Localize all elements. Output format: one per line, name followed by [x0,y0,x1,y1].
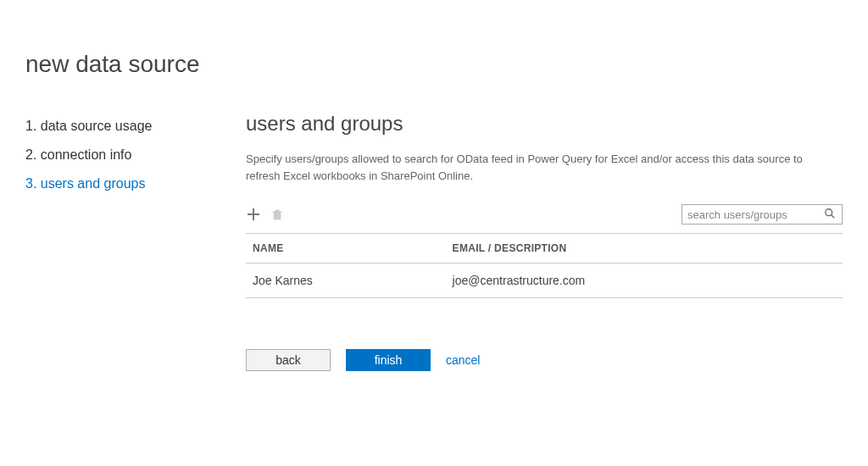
nav-step-users-and-groups[interactable]: 3. users and groups [25,169,195,198]
search-icon[interactable] [824,208,837,221]
add-icon[interactable] [246,207,261,222]
wizard-steps-nav: 1. data source usage 2. connection info … [25,112,195,371]
back-button[interactable]: back [246,349,331,371]
cell-email: joe@centrastructure.com [446,264,843,298]
col-email: EMAIL / DESCRIPTION [446,234,843,264]
nav-step-connection-info[interactable]: 2. connection info [25,141,195,169]
section-heading: users and groups [246,112,843,136]
page-title: new data source [25,51,843,78]
svg-point-0 [826,209,832,216]
wizard-actions: back finish cancel [246,349,843,371]
col-name: NAME [246,234,446,264]
finish-button[interactable]: finish [346,349,431,371]
nav-step-data-source-usage[interactable]: 1. data source usage [25,112,195,141]
delete-icon [270,207,285,222]
search-box[interactable] [682,204,843,225]
users-table: NAME EMAIL / DESCRIPTION Joe Karnes joe@… [246,233,843,298]
cell-name: Joe Karnes [246,264,446,298]
toolbar [246,204,843,225]
cancel-link[interactable]: cancel [446,353,480,367]
table-row[interactable]: Joe Karnes joe@centrastructure.com [246,264,843,298]
svg-line-1 [832,215,835,219]
search-input[interactable] [687,208,824,221]
section-description: Specify users/groups allowed to search f… [246,151,822,184]
main-content: users and groups Specify users/groups al… [246,112,843,371]
